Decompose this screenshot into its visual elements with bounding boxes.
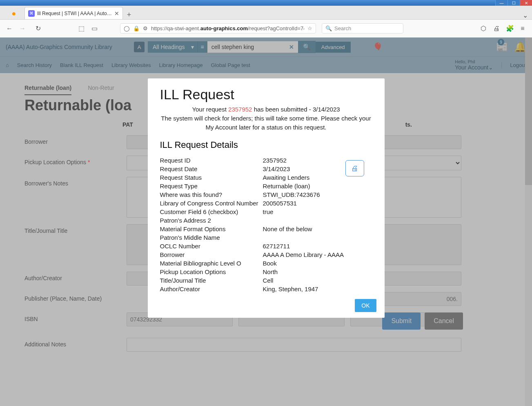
import-icon[interactable]: ⬚ (78, 25, 85, 32)
detail-label: Author/Creator (160, 286, 263, 292)
lock-icon: 🔒 (133, 25, 140, 31)
detail-label: Where was this found? (160, 191, 263, 198)
detail-row: Title/Journal TitleCell (160, 276, 372, 285)
detail-value: King, Stephen, 1947 (263, 286, 318, 292)
detail-label: Material Bibliographic Level O (160, 260, 263, 267)
detail-label: Request Date (160, 165, 263, 172)
menu-icon[interactable]: ≡ (519, 25, 526, 32)
browser-search[interactable]: 🔍 Search (322, 23, 403, 33)
reload-button[interactable]: ↻ (34, 25, 42, 32)
detail-value: Awaiting Lenders (263, 174, 310, 181)
search-icon: 🔍 (325, 25, 332, 31)
detail-row: OCLC Number62712711 (160, 242, 372, 250)
search-placeholder: Search (334, 25, 351, 31)
detail-row: Customer Field 6 (checkbox)true (160, 207, 372, 216)
detail-row: Pickup Location OptionsNorth (160, 268, 372, 276)
browser-tabbar: ● ⌘ Ill Request | STWI | AAAA | Auto… ✕ … (0, 6, 532, 20)
detail-row: Patron's Middle Name (160, 233, 372, 242)
detail-value: 3/14/2023 (263, 165, 290, 172)
detail-label: Material Format Options (160, 225, 263, 232)
url-bar[interactable]: ◯ 🔒 ⚙ https://qa-stwi-agent.auto-graphic… (120, 23, 316, 33)
detail-label: Borrower (160, 251, 263, 258)
modal-title: ILL Request (160, 87, 372, 103)
responsive-icon[interactable]: ▭ (91, 25, 98, 32)
tab-close-icon[interactable]: ✕ (114, 10, 119, 17)
bookmark-star-icon[interactable]: ☆ (307, 25, 312, 31)
detail-label: Request Type (160, 183, 263, 190)
detail-row: Request ID2357952 (160, 156, 372, 165)
os-titlebar: — ☐ ✕ (0, 0, 532, 6)
detail-value: Returnable (loan) (263, 183, 310, 190)
details-list: Request ID2357952Request Date3/14/2023Re… (160, 156, 372, 293)
detail-label: Request ID (160, 157, 263, 164)
firefox-icon: ● (3, 8, 24, 19)
browser-tab[interactable]: ⌘ Ill Request | STWI | AAAA | Auto… ✕ (24, 7, 123, 19)
detail-row: Request TypeReturnable (loan) (160, 182, 372, 190)
detail-label: Patron's Middle Name (160, 234, 263, 241)
forward-button[interactable]: → (19, 25, 26, 32)
detail-row: Request Date3/14/2023 (160, 165, 372, 173)
print-button[interactable]: 🖨 (345, 160, 364, 176)
url-text: https://qa-stwi-agent.auto-graphics.com/… (151, 25, 304, 31)
detail-value: 2005057531 (263, 200, 297, 207)
detail-value: 2357952 (263, 157, 287, 164)
new-tab-button[interactable]: + (123, 11, 136, 19)
tab-title: Ill Request | STWI | AAAA | Auto… (37, 11, 112, 16)
back-button[interactable]: ← (6, 25, 13, 32)
detail-value: North (263, 268, 278, 275)
detail-value: Book (263, 260, 277, 267)
detail-value: 62712711 (263, 243, 290, 250)
detail-row: Patron's Address 2 (160, 216, 372, 225)
tabs-dropdown-icon[interactable]: ⌄ (521, 11, 529, 19)
details-heading: ILL Request Details (160, 140, 372, 150)
modal-message: Your request 2357952 has been submitted … (160, 105, 372, 132)
detail-label: Title/Journal Title (160, 277, 263, 284)
detail-value: AAAA A Demo Library - AAAA (263, 251, 344, 258)
modal-overlay: ILL Request Your request 2357952 has bee… (0, 38, 532, 406)
window-close-button[interactable]: ✕ (520, 0, 532, 6)
tab-favicon: ⌘ (28, 10, 35, 17)
detail-row: Material Format OptionsNone of the below (160, 225, 372, 233)
permissions-icon: ⚙ (143, 25, 148, 31)
detail-row: Author/CreatorKing, Stephen, 1947 (160, 285, 372, 293)
browser-toolbar: ← → ↻ ⬚ ▭ ◯ 🔒 ⚙ https://qa-stwi-agent.au… (0, 20, 532, 38)
detail-row: Where was this found?STWI_UDB:7423676 (160, 190, 372, 199)
detail-value: None of the below (263, 225, 312, 232)
detail-value: Cell (263, 277, 274, 284)
detail-label: Customer Field 6 (checkbox) (160, 208, 263, 215)
detail-row: Material Bibliographic Level OBook (160, 259, 372, 268)
detail-value: true (263, 208, 274, 215)
detail-value: STWI_UDB:7423676 (263, 191, 320, 198)
detail-label: Pickup Location Options (160, 268, 263, 275)
detail-label: OCLC Number (160, 243, 263, 250)
ok-button[interactable]: OK (355, 299, 376, 312)
detail-label: Request Status (160, 174, 263, 181)
request-id-highlight: 2357952 (228, 106, 252, 113)
minimize-button[interactable]: — (495, 0, 508, 6)
pocket-icon[interactable]: ⬡ (480, 25, 487, 32)
detail-row: BorrowerAAAA A Demo Library - AAAA (160, 250, 372, 259)
print-icon[interactable]: 🖨 (493, 25, 500, 32)
detail-row: Request StatusAwaiting Lenders (160, 173, 372, 182)
maximize-button[interactable]: ☐ (508, 0, 520, 6)
detail-label: Library of Congress Control Number (160, 200, 263, 207)
extensions-icon[interactable]: 🧩 (506, 25, 513, 32)
detail-label: Patron's Address 2 (160, 217, 263, 224)
ill-request-modal: ILL Request Your request 2357952 has bee… (148, 78, 385, 318)
detail-row: Library of Congress Control Number200505… (160, 199, 372, 207)
shield-icon: ◯ (124, 25, 130, 31)
